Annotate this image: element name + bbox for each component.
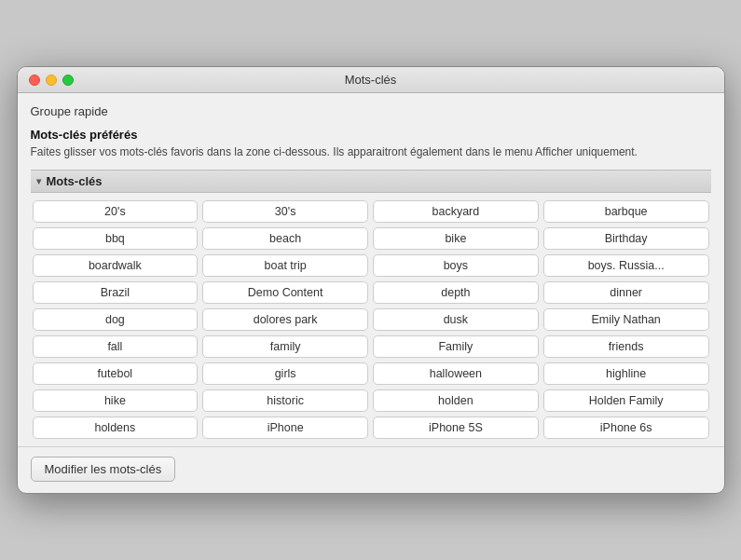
main-window: Mots-clés Groupe rapide Mots-clés préfér… [17,66,725,494]
keyword-tag[interactable]: boat trip [202,254,368,277]
keyword-tag[interactable]: Demo Content [202,281,368,304]
keyword-tag[interactable]: iPhone [202,417,368,439]
content-area: Groupe rapide Mots-clés préférés Faites … [18,93,724,439]
keyword-tag[interactable]: Birthday [543,227,709,250]
keyword-tag[interactable]: highline [543,362,709,385]
keyword-tag[interactable]: holden [373,389,539,412]
keyword-tag[interactable]: halloween [373,362,539,385]
preferred-keywords-title: Mots-clés préférés [31,128,711,142]
keyword-tag[interactable]: Brazil [33,281,199,304]
keywords-grid: 20's30'sbackyardbarbquebbqbeachbikeBirth… [31,200,711,439]
preferred-keywords-desc: Faites glisser vos mots-clés favoris dan… [31,144,711,160]
traffic-lights [29,75,74,86]
window-title: Mots-clés [345,73,397,87]
keyword-tag[interactable]: boys [373,254,539,277]
keyword-tag[interactable]: 20's [33,200,199,223]
keyword-tag[interactable]: dolores park [202,308,368,331]
keyword-tag[interactable]: Holden Family [543,389,709,412]
close-button[interactable] [29,75,40,86]
keyword-tag[interactable]: iPhone 5S [373,417,539,439]
titlebar: Mots-clés [18,67,724,93]
minimize-button[interactable] [46,75,57,86]
keywords-section: ▾ Mots-clés 20's30'sbackyardbarbquebbqbe… [31,170,711,439]
preferred-keywords-section: Mots-clés préférés Faites glisser vos mo… [31,128,711,160]
keyword-tag[interactable]: barbque [543,200,709,223]
maximize-button[interactable] [62,75,74,86]
keyword-tag[interactable]: Emily Nathan [543,308,709,331]
keyword-tag[interactable]: futebol [33,362,199,385]
modifier-button[interactable]: Modifier les mots-clés [31,457,176,482]
chevron-down-icon: ▾ [36,176,41,186]
keyword-tag[interactable]: friends [543,335,709,358]
keyword-tag[interactable]: dog [33,308,199,331]
keyword-tag[interactable]: dinner [543,281,709,304]
keyword-tag[interactable]: boys. Russia... [543,254,709,277]
keyword-tag[interactable]: iPhone 6s [543,417,709,439]
keywords-section-label: ▾ Mots-clés [31,170,711,193]
groupe-rapide-label: Groupe rapide [31,104,711,118]
keyword-tag[interactable]: backyard [373,200,539,223]
keyword-tag[interactable]: holdens [33,417,199,439]
keywords-label: Mots-clés [47,174,103,188]
keyword-tag[interactable]: fall [33,335,199,358]
keyword-tag[interactable]: beach [202,227,368,250]
keyword-tag[interactable]: bike [373,227,539,250]
keyword-tag[interactable]: dusk [373,308,539,331]
keyword-tag[interactable]: bbq [33,227,199,250]
keyword-tag[interactable]: Family [373,335,539,358]
keyword-tag[interactable]: depth [373,281,539,304]
keyword-tag[interactable]: hike [33,389,199,412]
keyword-tag[interactable]: historic [202,389,368,412]
keyword-tag[interactable]: girls [202,362,368,385]
keyword-tag[interactable]: 30's [202,200,368,223]
keyword-tag[interactable]: boardwalk [33,254,199,277]
keyword-tag[interactable]: family [202,335,368,358]
footer: Modifier les mots-clés [18,446,724,493]
